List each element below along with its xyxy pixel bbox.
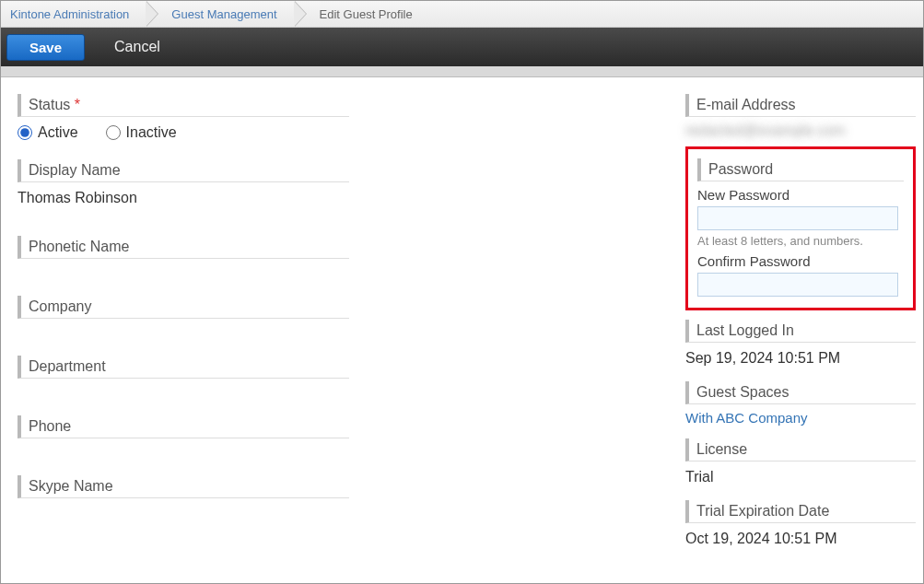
company-section: Company [18,296,349,328]
skype-label: Skype Name [18,475,349,498]
divider-strip [1,66,923,77]
confirm-password-input[interactable] [697,273,898,297]
right-column: E-mail Address redacted@example.com Pass… [685,94,916,582]
display-name-label: Display Name [18,159,349,182]
save-button[interactable]: Save [6,34,85,61]
skype-value [18,504,349,508]
breadcrumb-admin[interactable]: Kintone Administration [1,1,146,27]
email-value-blurred: redacted@example.com [685,123,916,139]
phone-section: Phone [18,415,349,448]
last-logged-label: Last Logged In [685,320,916,343]
status-active[interactable]: Active [18,124,78,141]
last-logged-value: Sep 19, 2024 10:51 PM [685,348,916,368]
company-value [18,324,349,328]
license-section: License Trial [685,438,916,487]
license-label: License [685,438,916,461]
trial-exp-label: Trial Expiration Date [685,500,916,523]
status-active-radio[interactable] [18,125,32,140]
phone-value [18,444,349,448]
status-section: Status * Active Inactive [18,94,349,143]
required-mark: * [75,97,80,112]
last-logged-section: Last Logged In Sep 19, 2024 10:51 PM [685,320,916,368]
status-radios: Active Inactive [18,123,349,143]
phonetic-name-label: Phonetic Name [18,236,349,259]
content: Status * Active Inactive Display Name Th… [1,77,923,582]
status-inactive[interactable]: Inactive [106,124,177,141]
status-inactive-radio[interactable] [106,125,121,140]
email-section: E-mail Address redacted@example.com [685,94,916,139]
display-name-value: Thomas Robinson [18,188,349,208]
guest-spaces-label: Guest Spaces [685,381,916,404]
skype-section: Skype Name [18,475,349,508]
breadcrumb-current: Edit Guest Profile [294,1,429,27]
phonetic-name-value [18,264,349,268]
password-hint: At least 8 letters, and numbers. [697,234,904,248]
guest-spaces-section: Guest Spaces With ABC Company [685,381,916,426]
cancel-button[interactable]: Cancel [114,39,160,55]
email-label: E-mail Address [685,94,916,117]
confirm-password-label: Confirm Password [697,253,904,269]
department-section: Department [18,356,349,388]
status-label: Status * [18,94,349,117]
license-value: Trial [685,467,916,487]
display-name-section: Display Name Thomas Robinson [18,159,349,208]
trial-exp-value: Oct 19, 2024 10:51 PM [685,529,916,549]
phonetic-name-section: Phonetic Name [18,236,349,268]
left-column: Status * Active Inactive Display Name Th… [18,94,349,582]
department-value [18,384,349,388]
new-password-input[interactable] [697,206,898,230]
breadcrumb-guest-management[interactable]: Guest Management [146,1,293,27]
department-label: Department [18,356,349,379]
password-highlight: Password New Password At least 8 letters… [685,146,916,310]
guest-space-link[interactable]: With ABC Company [685,410,808,426]
new-password-label: New Password [697,187,904,203]
company-label: Company [18,296,349,319]
trial-exp-section: Trial Expiration Date Oct 19, 2024 10:51… [685,500,916,549]
password-label: Password [697,158,904,181]
phone-label: Phone [18,415,349,438]
breadcrumb: Kintone Administration Guest Management … [1,1,923,28]
action-bar: Save Cancel [1,28,923,66]
